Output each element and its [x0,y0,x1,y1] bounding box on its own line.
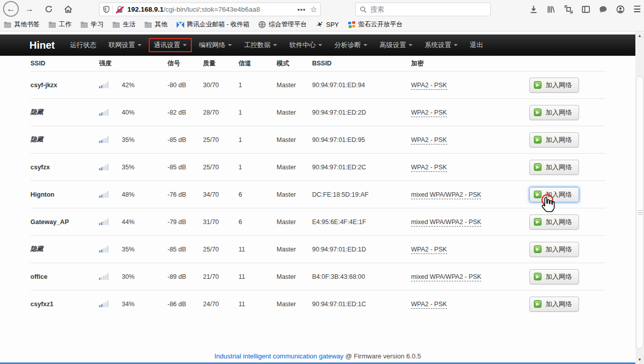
cell-channel: 11 [239,246,277,253]
bookmark-item[interactable]: 其他书签 [4,20,40,29]
join-network-button[interactable]: 加入网络 [529,105,579,120]
cell-quality: 25/70 [203,246,239,253]
cell-strength: 30% [122,273,134,280]
footer-gateway-link[interactable]: Industrial intelligent communication gat… [214,352,343,360]
url-bar[interactable]: 192.168.9.1/cgi-bin/luci/;stok=7643e4b6a… [99,3,321,16]
bookmark-item[interactable]: 生活 [112,20,135,29]
wifi-table-row: csyf-jkzx 42% -80 dB 30/70 1 Master 90:9… [30,71,605,98]
nav-item-label: 系统设置 [425,41,451,50]
join-network-button[interactable]: 加入网络 [529,214,579,230]
join-network-button[interactable]: 加入网络 [529,242,579,257]
nav-item-label: 运行状态 [70,41,96,50]
join-network-button[interactable]: 加入网络 [529,297,579,312]
scrollbar-thumb[interactable] [636,76,643,349]
reload-icon[interactable] [44,4,54,14]
cell-mode: Master [277,82,312,89]
vertical-scrollbar[interactable]: ▲ ▼ [635,31,644,364]
cell-bssid: 90:94:97:01:ED:95 [312,136,411,143]
join-network-button[interactable]: 加入网络 [529,78,579,93]
join-network-button[interactable]: 加入网络 [529,269,579,284]
cell-quality: 30/70 [203,82,239,89]
chevron-down-icon [183,44,187,46]
nav-item-label: 编程网络 [199,41,225,50]
scroll-up-icon[interactable]: ▲ [635,32,644,40]
tracking-shield-icon[interactable] [103,6,110,13]
join-button-label: 加入网络 [546,217,572,227]
wifi-table-row: csyfxz1 34% -86 dB 24/70 11 Master 90:94… [30,290,605,317]
header-quality: 质量 [203,59,239,68]
downloads-icon[interactable] [529,5,538,14]
cell-strength: 35% [122,136,134,143]
chevron-down-icon [318,44,322,46]
cell-channel: 11 [239,273,277,280]
sidebar-toggle-icon[interactable] [582,5,590,14]
cell-strength: 42% [122,82,134,89]
join-button-label: 加入网络 [546,135,572,144]
nav-item-高级设置[interactable]: 高级设置 [374,38,419,52]
nav-item-系统设置[interactable]: 系统设置 [419,38,464,52]
wifi-table-row: 隐藏 40% -82 dB 28/70 1 Master 90:94:97:01… [30,98,605,126]
nav-item-分析诊断[interactable]: 分析诊断 [328,38,374,52]
cell-mode: Master [277,191,312,198]
nav-item-退出[interactable]: 退出 [464,38,489,52]
cell-mode: Master [277,164,312,171]
account-icon[interactable] [616,5,625,14]
search-bar[interactable] [355,3,491,16]
page-actions-icon[interactable]: ••• [297,6,306,13]
cell-strength: 40% [122,109,134,116]
scroll-down-icon[interactable]: ▼ [635,356,644,363]
signal-bars-icon [99,246,122,252]
cell-ssid: 隐藏 [30,135,99,144]
bookmark-star-icon[interactable]: ☆ [310,5,317,14]
nav-item-联网设置[interactable]: 联网设置 [103,38,148,52]
cell-bssid: E4:95:6E:4F:4E:1F [312,219,411,226]
wifi-table-row: 隐藏 35% -85 dB 25/70 1 Master 90:94:97:01… [30,126,605,153]
join-network-button[interactable]: 加入网络 [529,132,579,148]
signal-bars-icon [99,219,122,225]
wifi-scan-table: SSID 强度 信号 质量 信道 模式 BSSID 加密 csyf-jkzx 4… [30,56,605,317]
cell-channel: 6 [239,219,277,226]
wifi-table-row: 隐藏 35% -85 dB 25/70 11 Master 90:94:97:0… [30,235,605,263]
cell-channel: 11 [239,301,277,308]
signal-bars-icon [99,164,122,170]
cell-bssid: DC:FE:18:5D:19:AF [312,191,411,198]
brand-logo[interactable]: Hinet [29,40,55,51]
url-host: 192.168.9.1 [127,6,163,13]
bookmark-item[interactable]: 其他 [144,20,167,29]
cell-ssid: Hignton [30,191,99,198]
nav-item-编程网络[interactable]: 编程网络 [193,38,238,52]
bookmark-item[interactable]: 萤石云开放平台 [348,20,403,29]
screenshot-icon[interactable] [564,5,573,14]
bookmark-item[interactable]: 腾讯企业邮箱 - 收件箱 [176,20,250,29]
cell-bssid: 90:94:97:01:ED:1D [312,246,411,253]
nav-item-工控数据[interactable]: 工控数据 [238,38,283,52]
bookmark-item[interactable]: 工作 [48,20,72,29]
play-icon [534,81,541,89]
forward-button[interactable]: → [24,4,35,14]
bookmarks-bar: 其他书签 工作 学习 生活 其他 腾讯企业邮箱 - 收件箱 综合管理平台 SPY… [0,18,644,31]
bookmark-item[interactable]: SPY [316,21,339,29]
home-icon[interactable] [63,4,73,14]
nav-item-通讯设置[interactable]: 通讯设置 [149,38,192,52]
wifi-table-row: Gateway_AP 44% -79 dB 31/70 6 Master E4:… [30,208,605,235]
play-icon [534,273,541,280]
cell-mode: Master [277,246,312,253]
cell-mode: Master [277,273,312,280]
cell-encryption: WPA2 - PSK [411,136,447,144]
nav-item-运行状态[interactable]: 运行状态 [64,38,103,52]
bookmark-item[interactable]: 学习 [80,20,104,29]
search-input[interactable] [370,6,486,13]
join-network-button[interactable]: 加入网络 [529,160,579,175]
insecure-lock-icon[interactable] [116,6,124,14]
cell-signal: -82 dB [167,109,203,116]
bookmark-item[interactable]: 综合管理平台 [258,20,307,29]
bookmark-label: 工作 [59,20,72,29]
library-icon[interactable] [547,5,556,14]
join-button-label: 加入网络 [546,108,572,117]
menu-icon[interactable]: ☰ [633,4,641,15]
cell-quality: 34/70 [203,191,239,198]
back-button[interactable]: ← [3,1,19,17]
nav-item-软件中心[interactable]: 软件中心 [283,38,328,52]
cell-signal: -80 dB [167,82,203,89]
chat-bubble-icon[interactable] [599,5,607,14]
